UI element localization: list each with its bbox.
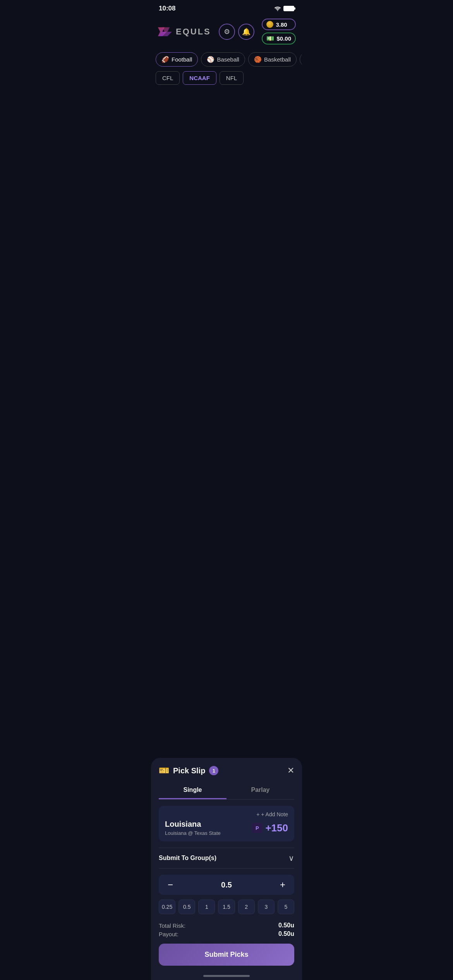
football-icon: 🏈	[161, 56, 169, 63]
money-value: $0.00	[276, 35, 291, 42]
header-right: 3.80 💵 $0.00	[262, 19, 296, 45]
logo-area: EQULS	[157, 24, 211, 39]
bell-icon: 🔔	[242, 27, 251, 36]
basketball-icon: 🏀	[254, 56, 262, 63]
wifi-icon	[274, 6, 281, 11]
sport-tab-basketball[interactable]: 🏀 Basketball	[248, 52, 297, 67]
league-tab-ncaaf[interactable]: NCAAF	[183, 71, 216, 85]
battery-icon	[283, 6, 294, 11]
sport-tab-football[interactable]: 🏈 Football	[156, 52, 198, 67]
status-time: 10:08	[159, 5, 175, 12]
sport-tab-basketball-label: Basketball	[264, 56, 291, 63]
status-bar: 10:08	[151, 0, 302, 15]
sport-tabs: 🏈 Football ⚾ Baseball 🏀 Basketball 🏒 Hoc…	[151, 49, 302, 70]
sport-tab-hockey[interactable]: 🏒 Hockey	[300, 52, 302, 67]
equls-logo-icon	[157, 24, 172, 39]
coin-icon	[266, 21, 273, 28]
svg-point-0	[277, 10, 278, 11]
header-actions: ⚙ 🔔	[219, 24, 254, 40]
league-tab-nfl[interactable]: NFL	[220, 71, 244, 85]
notification-button[interactable]: 🔔	[238, 24, 254, 40]
status-icons	[274, 6, 294, 11]
logo-text: EQULS	[176, 27, 211, 37]
gear-icon: ⚙	[224, 27, 230, 36]
header: EQULS ⚙ 🔔 3.80 💵 $0.00	[151, 15, 302, 49]
sport-tab-football-label: Football	[172, 56, 192, 63]
money-icon: 💵	[266, 35, 274, 42]
sport-tab-baseball[interactable]: ⚾ Baseball	[201, 52, 245, 67]
league-tabs: CFL NCAAF NFL	[151, 70, 302, 89]
coin-value: 3.80	[276, 21, 287, 28]
coin-balance: 3.80	[262, 19, 296, 30]
baseball-icon: ⚾	[207, 56, 214, 63]
sport-tab-baseball-label: Baseball	[217, 56, 239, 63]
settings-button[interactable]: ⚙	[219, 24, 235, 40]
league-tab-cfl[interactable]: CFL	[156, 71, 180, 85]
money-balance: 💵 $0.00	[262, 33, 296, 45]
